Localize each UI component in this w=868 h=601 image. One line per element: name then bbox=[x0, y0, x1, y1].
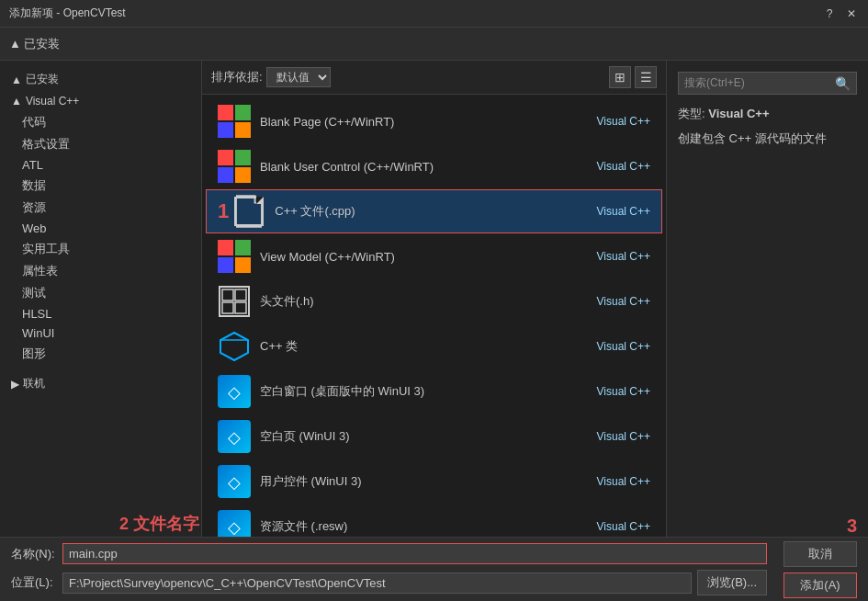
sidebar-item-utility[interactable]: 实用工具 bbox=[0, 238, 201, 260]
type-description: 创建包含 C++ 源代码的文件 bbox=[678, 130, 857, 148]
svg-text:◇: ◇ bbox=[228, 428, 241, 447]
sidebar-item-atl[interactable]: ATL bbox=[0, 155, 201, 175]
template-icon-winui1: ◇ bbox=[218, 375, 251, 408]
location-label: 位置(L): bbox=[11, 574, 57, 591]
online-label: 联机 bbox=[23, 376, 45, 391]
sort-bar: 排序依据: 默认值 ⊞ ☰ bbox=[202, 61, 666, 95]
sidebar-item-format[interactable]: 格式设置 bbox=[0, 133, 201, 155]
template-name: 资源文件 (.resw) bbox=[260, 518, 597, 535]
template-icon-header bbox=[218, 285, 251, 318]
svg-text:◇: ◇ bbox=[228, 518, 241, 537]
center-panel: 排序依据: 默认值 ⊞ ☰ Bla bbox=[202, 61, 666, 537]
sidebar-item-graphics[interactable]: 图形 bbox=[0, 343, 201, 365]
right-panel: 搜索(Ctrl+E) 🔍 类型: Visual C++ 创建包含 C++ 源代码… bbox=[666, 61, 868, 537]
annotation-1: 1 bbox=[218, 199, 229, 223]
grid-view-button[interactable]: ⊞ bbox=[609, 66, 631, 88]
visual-cpp-label: Visual C++ bbox=[26, 95, 79, 108]
template-icon-grid2 bbox=[218, 150, 251, 183]
template-type-cpp: Visual C++ bbox=[597, 205, 650, 218]
sidebar-item-resource[interactable]: 资源 bbox=[0, 197, 201, 219]
svg-rect-4 bbox=[222, 302, 233, 313]
type-value: Visual C++ bbox=[708, 107, 769, 120]
name-field: 名称(N): bbox=[11, 543, 767, 564]
svg-rect-5 bbox=[235, 302, 246, 313]
template-name: C++ 类 bbox=[260, 338, 597, 355]
toolbar: ▲ 已安装 bbox=[0, 28, 868, 61]
sidebar-item-data[interactable]: 数据 bbox=[0, 175, 201, 197]
template-item[interactable]: View Model (C++/WinRT) Visual C++ bbox=[206, 234, 662, 278]
annotation-3: 3 bbox=[847, 516, 857, 537]
template-item[interactable]: C++ 类 Visual C++ bbox=[206, 324, 662, 369]
template-item[interactable]: ◇ 空白页 (WinUI 3) Visual C++ bbox=[206, 414, 662, 459]
name-input[interactable] bbox=[62, 543, 767, 564]
template-item-cpp[interactable]: 1 C++ 文件(.cpp) Visual C++ bbox=[206, 189, 662, 233]
type-label: 类型: bbox=[678, 107, 705, 120]
template-name: 空白窗口 (桌面版中的 WinUI 3) bbox=[260, 383, 597, 400]
template-type: Visual C++ bbox=[597, 385, 650, 398]
location-input[interactable] bbox=[62, 573, 692, 594]
svg-rect-1 bbox=[220, 287, 249, 316]
template-icon-winui2: ◇ bbox=[218, 420, 251, 453]
template-name: 头文件(.h) bbox=[260, 293, 597, 310]
view-icons: ⊞ ☰ bbox=[609, 66, 657, 88]
installed-label: 已安装 bbox=[26, 72, 59, 87]
sidebar-item-property[interactable]: 属性表 bbox=[0, 260, 201, 282]
template-icon-viewmodel bbox=[218, 240, 251, 273]
list-view-button[interactable]: ☰ bbox=[635, 66, 657, 88]
sort-select[interactable]: 默认值 bbox=[266, 67, 331, 87]
template-name: 用户控件 (WinUI 3) bbox=[260, 473, 597, 490]
template-icon-grid bbox=[218, 105, 251, 138]
visual-cpp-arrow: ▲ bbox=[11, 95, 22, 108]
sidebar-item-hlsl[interactable]: HLSL bbox=[0, 304, 201, 323]
template-item[interactable]: Blank User Control (C++/WinRT) Visual C+… bbox=[206, 144, 662, 188]
template-type: Visual C++ bbox=[597, 520, 650, 533]
template-type: Visual C++ bbox=[597, 115, 650, 128]
svg-rect-3 bbox=[235, 289, 246, 300]
bottom-fields: 名称(N): 位置(L): 浏览(B)... bbox=[11, 543, 767, 595]
template-name: Blank User Control (C++/WinRT) bbox=[260, 160, 597, 174]
template-name-cpp: C++ 文件(.cpp) bbox=[275, 203, 596, 220]
svg-text:◇: ◇ bbox=[228, 473, 241, 492]
search-icon[interactable]: 🔍 bbox=[835, 76, 851, 91]
browse-button[interactable]: 浏览(B)... bbox=[697, 570, 767, 595]
template-name: View Model (C++/WinRT) bbox=[260, 250, 597, 264]
sidebar-item-code[interactable]: 代码 bbox=[0, 111, 201, 133]
template-item[interactable]: Blank Page (C++/WinRT) Visual C++ bbox=[206, 99, 662, 143]
svg-marker-0 bbox=[236, 196, 262, 227]
svg-rect-2 bbox=[222, 289, 233, 300]
search-placeholder: 搜索(Ctrl+E) bbox=[684, 75, 831, 91]
sidebar-item-test[interactable]: 测试 bbox=[0, 282, 201, 304]
template-icon-resw: ◇ bbox=[218, 510, 251, 537]
cancel-button[interactable]: 取消 bbox=[783, 541, 857, 567]
title-controls: ? ✕ bbox=[822, 6, 859, 21]
template-icon-class bbox=[218, 330, 251, 363]
help-button[interactable]: ? bbox=[822, 6, 837, 21]
bottom-bar: 名称(N): 位置(L): 浏览(B)... 3 取消 添加(A) bbox=[0, 537, 868, 601]
template-type: Visual C++ bbox=[597, 430, 650, 443]
template-type: Visual C++ bbox=[597, 160, 650, 173]
sidebar-item-web[interactable]: Web bbox=[0, 219, 201, 238]
online-section[interactable]: ▶ 联机 bbox=[0, 372, 201, 395]
template-type: Visual C++ bbox=[597, 340, 650, 353]
template-icon-cpp bbox=[232, 195, 265, 228]
main-area: ▲ 已安装 ▲ Visual C++ 代码 格式设置 ATL 数据 资源 Web… bbox=[0, 61, 868, 537]
template-icon-winui3: ◇ bbox=[218, 465, 251, 498]
add-button[interactable]: 添加(A) bbox=[783, 573, 857, 598]
svg-marker-6 bbox=[220, 333, 248, 360]
template-item[interactable]: ◇ 资源文件 (.resw) Visual C++ bbox=[206, 505, 662, 537]
title-bar: 添加新项 - OpenCVTest ? ✕ bbox=[0, 0, 868, 28]
installed-section: ▲ 已安装 bbox=[0, 68, 201, 91]
online-arrow: ▶ bbox=[11, 378, 19, 391]
template-list: Blank Page (C++/WinRT) Visual C++ Blank … bbox=[202, 95, 666, 537]
visual-cpp-group[interactable]: ▲ Visual C++ bbox=[0, 91, 201, 111]
template-item[interactable]: ◇ 用户控件 (WinUI 3) Visual C++ bbox=[206, 459, 662, 504]
close-button[interactable]: ✕ bbox=[844, 6, 859, 21]
template-item[interactable]: 头文件(.h) Visual C++ bbox=[206, 279, 662, 323]
bottom-buttons: 3 取消 添加(A) bbox=[783, 541, 857, 598]
sidebar-item-winui[interactable]: WinUI bbox=[0, 323, 201, 343]
svg-text:◇: ◇ bbox=[228, 383, 241, 402]
template-name: Blank Page (C++/WinRT) bbox=[260, 115, 597, 129]
name-label: 名称(N): bbox=[11, 546, 57, 562]
location-field: 位置(L): 浏览(B)... bbox=[11, 570, 767, 595]
template-item[interactable]: ◇ 空白窗口 (桌面版中的 WinUI 3) Visual C++ bbox=[206, 369, 662, 414]
